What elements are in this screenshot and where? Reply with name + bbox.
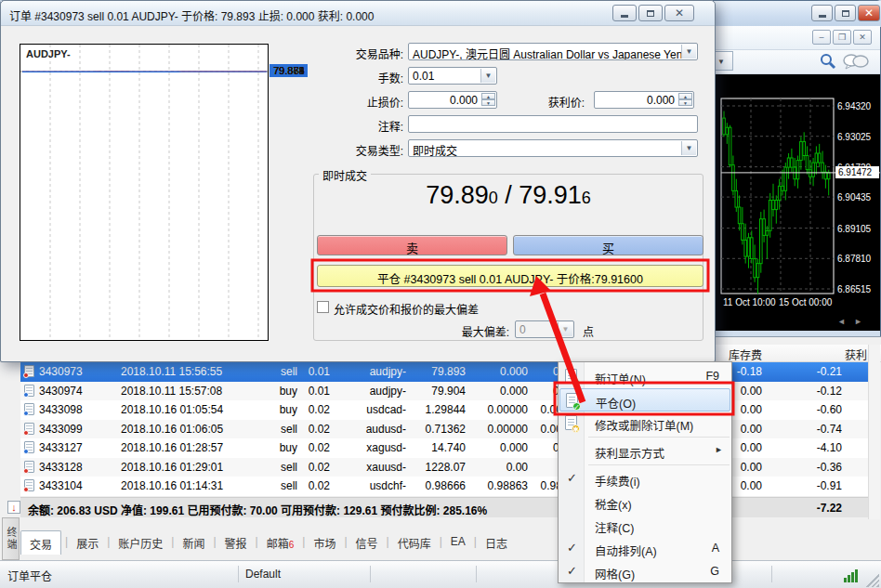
chart-scroll-right-icon[interactable]: ► [854, 317, 862, 326]
account-summary-text: 余额: 206.83 USD 净值: 199.61 已用预付款: 70.00 可… [28, 502, 487, 517]
tab-6[interactable]: 市场 [305, 530, 344, 555]
spin-down-icon[interactable]: ▼ [678, 99, 692, 106]
volume-select[interactable]: 0.01 ▼ [408, 67, 497, 85]
close-position-icon: ✓ [566, 393, 578, 408]
dialog-restore-button[interactable] [638, 5, 663, 21]
cell-lots: 0.02 [299, 441, 330, 454]
main-minimize-button[interactable] [811, 5, 833, 21]
menu-item-comments[interactable]: 注释(C) [559, 514, 730, 537]
connection-status-icon [844, 569, 861, 582]
order-type-value: 即时成交 [413, 145, 457, 157]
chat-icon[interactable] [842, 53, 870, 70]
cell-sl: 0.000 [468, 441, 528, 454]
order-row[interactable]: 34330982018.10.16 01:05:54buy0.02usdcad-… [20, 400, 868, 420]
cell-type: buy [243, 385, 297, 398]
menu-item-grid[interactable]: ✓网格(G)G [559, 560, 730, 583]
cell-profit: -4.10 [771, 441, 842, 454]
background-candle-chart[interactable]: 6.943206.930256.917206.904356.891056.878… [716, 74, 880, 331]
child-close-button[interactable]: ✕ [853, 30, 872, 45]
tab-3[interactable]: 新闻 [174, 530, 213, 555]
status-profile[interactable]: Default [245, 568, 281, 581]
cell-order: 3430974 [39, 385, 97, 398]
cell-price: 0.98666 [409, 479, 466, 492]
take-profit-input[interactable]: 0.000 ▲▼ [594, 91, 694, 109]
tab-0[interactable]: 交易 [20, 530, 61, 555]
menu-item-close-position[interactable]: ✓平仓(O) [559, 388, 730, 412]
table-scrollbar[interactable] [868, 345, 880, 519]
child-restore-button[interactable]: ❒ [833, 30, 851, 45]
cell-profit: -0.21 [771, 365, 842, 378]
chart-scroll-left-icon[interactable]: ◄ [837, 317, 846, 326]
order-type-select[interactable]: 即时成交 ▼ [408, 139, 698, 157]
tab-8[interactable]: 代码库 [389, 530, 440, 555]
close-icon: ✕ [675, 7, 684, 19]
main-close-button[interactable]: ✕ [858, 5, 880, 21]
chevron-down-icon: ▼ [558, 322, 572, 336]
cell-sl: 0.000 [468, 365, 528, 378]
minimize-icon [819, 15, 826, 18]
bg-axis-label: 6.93025 [837, 132, 871, 142]
order-row[interactable]: 34331282018.10.16 01:29:01sell0.02xauusd… [20, 458, 868, 477]
menu-item-label: 注释(C) [595, 518, 634, 536]
order-dialog: 订单 #3430973 sell 0.01 AUDJPY- 于价格: 79.89… [0, 0, 716, 362]
search-icon[interactable] [820, 53, 836, 70]
bg-axis-label: 6.87810 [837, 254, 871, 264]
child-minimize-button[interactable]: – [812, 30, 831, 45]
volume-value: 0.01 [413, 70, 434, 83]
cell-sl: 0.98863 [468, 479, 528, 492]
dialog-minimize-button[interactable] [612, 5, 637, 21]
tab-1[interactable]: 展示 [68, 530, 107, 555]
comment-input[interactable] [408, 115, 698, 133]
tab-2[interactable]: 账户历史 [110, 530, 171, 555]
cell-time: 2018.10.16 01:06:05 [121, 423, 238, 436]
dialog-titlebar[interactable]: 订单 #3430973 sell 0.01 AUDJPY- 于价格: 79.89… [1, 1, 715, 26]
cell-symbol: usdchf- [333, 479, 406, 492]
tick-plot [20, 45, 268, 340]
terminal-dock-tab[interactable]: 终端 [2, 517, 20, 560]
menu-item-label: 修改或删除订单(M) [595, 416, 693, 434]
menu-item-new-order[interactable]: +新订单(N)F9 [559, 365, 730, 388]
submenu-arrow-icon: ► [715, 445, 723, 454]
menu-item-profit-display-mode[interactable]: 获利显示方式► [559, 439, 730, 463]
stop-loss-input[interactable]: 0.000 ▲▼ [408, 91, 497, 109]
spinner-buttons: ▲▼ [678, 93, 692, 107]
spin-up-icon[interactable]: ▲ [678, 93, 692, 99]
bg-time-label: 15 Oct 00:00 [779, 297, 832, 307]
cell-profit: -0.36 [771, 461, 842, 474]
order-row[interactable]: 34309742018.10.11 15:57:08buy0.01audjpy-… [20, 382, 868, 401]
tab-5[interactable]: 邮箱6 [258, 530, 303, 555]
tab-9[interactable]: EA [442, 530, 474, 555]
order-row[interactable]: 34309732018.10.11 15:56:55sell0.01audjpy… [20, 362, 868, 382]
tab-10[interactable]: 日志 [477, 530, 516, 555]
current-price-box: 6.91472 [835, 166, 879, 178]
cell-symbol: usdcad- [333, 403, 406, 416]
symbol-select[interactable]: AUDJPY-, 澳元日圆 Australian Dollar vs Japan… [408, 43, 698, 60]
symbol-value: AUDJPY-, 澳元日圆 Australian Dollar vs Japan… [413, 48, 682, 60]
cell-type: sell [243, 479, 297, 492]
menu-item-modify-delete-order[interactable]: ✱修改或删除订单(M) [559, 412, 730, 435]
close-position-button[interactable]: 平仓 #3430973 sell 0.01 AUDJPY- 于价格:79.916… [317, 265, 703, 287]
cell-lots: 0.02 [299, 461, 330, 474]
order-row[interactable]: 34331272018.10.16 01:28:57buy0.02xagusd-… [20, 438, 868, 458]
order-row[interactable]: 34331042018.10.16 01:14:31sell0.02usdchf… [20, 477, 868, 496]
dialog-close-button[interactable]: ✕ [664, 5, 694, 21]
cell-profit: -0.91 [771, 479, 842, 492]
tab-4[interactable]: 警报 [217, 530, 256, 555]
main-maximize-button[interactable] [835, 5, 856, 21]
buy-button[interactable]: 买 [513, 235, 703, 255]
tab-7[interactable]: 信号 [348, 530, 387, 555]
menu-item-tax[interactable]: 税金(x) [559, 490, 730, 514]
menu-item-auto-arrange[interactable]: ✓自动排列(A)A [559, 537, 730, 560]
new-order-icon: + [565, 369, 577, 384]
cell-lots: 0.02 [299, 403, 330, 416]
maximize-icon [842, 10, 849, 17]
cell-type: sell [243, 423, 297, 436]
order-row[interactable]: 34330992018.10.16 01:06:05sell0.02audusd… [20, 420, 868, 439]
header-profit: 获利 [771, 346, 867, 362]
resize-grip[interactable] [866, 574, 879, 587]
menu-item-commissions[interactable]: ✓手续费(i) [559, 467, 730, 490]
mail-count-badge: 6 [289, 540, 295, 550]
sell-button[interactable]: 卖 [317, 235, 507, 255]
deviation-checkbox[interactable] [317, 301, 329, 313]
tick-chart[interactable]: AUDJPY- [20, 44, 269, 341]
